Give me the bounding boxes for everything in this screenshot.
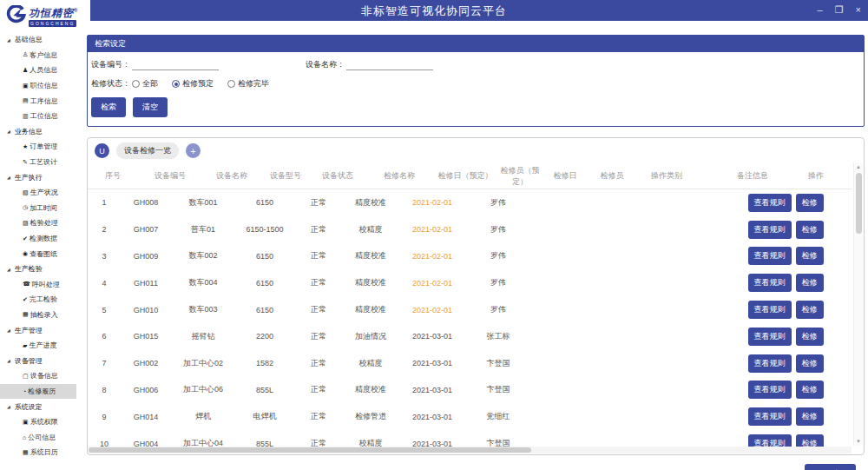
search-panel-title: 检索设定 — [88, 36, 864, 52]
maintain-button[interactable]: 检修 — [796, 301, 824, 319]
sidebar-group-basic-info[interactable]: ◢ 基础信息 — [0, 32, 83, 48]
radio-label: 检修完毕 — [238, 78, 269, 89]
view-rules-button[interactable]: 查看规则 — [748, 354, 792, 373]
maintain-button[interactable]: 检修 — [796, 354, 824, 373]
export-button[interactable]: 导 出 — [805, 464, 856, 470]
view-rules-button[interactable]: 查看规则 — [748, 194, 792, 212]
sidebar-item-inspection-handling[interactable]: ▨ 检验处理 — [0, 215, 83, 231]
sidebar-item-sampling-entry[interactable]: ▦ 抽检录入 — [0, 308, 83, 323]
sidebar-item-call-handling[interactable]: ☎ 呼叫处理 — [0, 277, 83, 293]
cell-device-name: 加工中心02 — [171, 358, 235, 369]
cell-planned-date: 2021-02-01 — [398, 198, 466, 207]
expand-triangle-icon: ◢ — [7, 267, 10, 272]
maintain-button[interactable]: 检修 — [796, 407, 824, 426]
vertical-scrollbar[interactable]: ▲ ▼ — [853, 162, 863, 446]
maintain-button[interactable]: 检修 — [796, 381, 824, 399]
sidebar-item-station-info[interactable]: ▥ 工位信息 — [0, 109, 83, 124]
cell-model: 855L — [235, 386, 294, 394]
status-radio[interactable]: 全部 — [132, 78, 158, 89]
tab-equipment-maintenance-list[interactable]: 设备检修一览 — [116, 142, 179, 159]
close-icon[interactable]: × — [856, 3, 861, 17]
column-header: 设备状态 — [310, 170, 365, 182]
sidebar-item-label: 系统权限 — [30, 417, 58, 427]
cell-no: 3 — [88, 252, 121, 261]
sidebar-item-processing-time[interactable]: ◷ 加工时间 — [0, 201, 83, 216]
maintain-button[interactable]: 检修 — [796, 221, 824, 239]
home-icon: ⌂ — [23, 434, 26, 440]
cell-device-name: 数车003 — [171, 304, 235, 315]
sidebar-item-production-progress[interactable]: ▰ 生产进度 — [0, 338, 83, 354]
maintain-button[interactable]: 检修 — [796, 247, 824, 265]
cell-planned-person: 罗伟 — [466, 277, 530, 288]
sidebar-item-system-calendar[interactable]: ▦ 系统日历 — [0, 445, 83, 460]
maintain-button[interactable]: 检修 — [796, 194, 824, 212]
device-name-input[interactable] — [346, 60, 433, 70]
scroll-down-icon[interactable]: ▼ — [854, 437, 863, 446]
cell-maint-name: 加油情况 — [343, 331, 398, 342]
add-tab-button[interactable]: + — [186, 143, 201, 158]
view-rules-button[interactable]: 查看规则 — [748, 301, 792, 319]
sidebar-item-label: 查看图纸 — [30, 249, 57, 259]
scroll-up-icon[interactable]: ▲ — [854, 162, 863, 171]
sidebar-item-view-drawings[interactable]: ◉ 查看图纸 — [0, 246, 83, 261]
sidebar-item-completion-inspection[interactable]: ✔ 完工检验 — [0, 292, 83, 308]
vertical-scroll-thumb[interactable] — [856, 173, 862, 234]
cell-device-no: GH009 — [121, 252, 171, 261]
sidebar-item-customer-info[interactable]: ♙ 客户信息 — [0, 48, 83, 63]
column-header: 检修名称 — [365, 170, 433, 182]
column-header: 检修员（预定） — [497, 165, 542, 188]
cell-model: 电焊机 — [235, 411, 294, 422]
sidebar-item-label: 工位信息 — [30, 111, 58, 121]
sidebar-item-process-design[interactable]: ✎ 工艺设计 — [0, 155, 83, 170]
sidebar-group-system-settings[interactable]: ◢ 系统设定 — [0, 399, 83, 414]
expand-triangle-icon: ◢ — [7, 328, 10, 333]
cell-planned-date: 2021-02-01 — [398, 279, 466, 288]
device-number-input[interactable] — [132, 60, 219, 70]
cell-maint-name: 精度校准 — [343, 304, 398, 315]
sidebar-item-company-info[interactable]: ⌂ 公司信息 — [0, 429, 83, 445]
cell-status: 正常 — [294, 384, 343, 395]
view-rules-button[interactable]: 查看规则 — [748, 247, 792, 265]
clear-button[interactable]: 清空 — [133, 97, 168, 117]
minimize-icon[interactable]: – — [818, 3, 823, 17]
table-row: 8 GH006 加工中心06 855L 正常 精度校准 2021-03-01 卞… — [88, 377, 852, 404]
sidebar-item-equipment-info[interactable]: ▢ 设备信息 — [0, 368, 83, 384]
sidebar-group-production-execution[interactable]: ◢ 生产执行 — [0, 169, 83, 185]
view-rules-button[interactable]: 查看规则 — [748, 381, 792, 399]
sidebar-item-system-permissions[interactable]: ▣ 系统权限 — [0, 414, 83, 430]
cell-actions: 查看规则 检修 — [730, 354, 841, 373]
view-rules-button[interactable]: 查看规则 — [748, 407, 792, 426]
sidebar-item-inspection-data[interactable]: ✔ 检测数据 — [0, 231, 83, 247]
sidebar-group-business-info[interactable]: ◢ 业务信息 — [0, 124, 83, 140]
expand-triangle-icon: ◢ — [7, 175, 10, 180]
sidebar-item-maintenance-history[interactable]: ◔ 检修履历 — [0, 384, 76, 400]
phone-icon: ☎ — [23, 281, 30, 288]
sidebar-group-production-management[interactable]: ◢ 生产管理 — [0, 322, 83, 338]
status-radio[interactable]: 检修完毕 — [227, 78, 269, 89]
status-radio[interactable]: 检修预定 — [172, 78, 214, 89]
sidebar-item-label: 工艺设计 — [30, 157, 57, 167]
tab-bar: U 设备检修一览 + — [88, 138, 864, 163]
cell-planned-person: 罗伟 — [466, 304, 530, 315]
search-button[interactable]: 检索 — [91, 97, 126, 117]
cell-maint-name: 精度校准 — [343, 384, 398, 395]
expand-triangle-icon: ◢ — [7, 358, 10, 363]
cell-planned-date: 2021-03-01 — [398, 332, 466, 341]
horizontal-scrollbar[interactable] — [89, 447, 852, 453]
maintain-button[interactable]: 检修 — [796, 328, 824, 346]
sidebar-item-personnel-info[interactable]: ♟ 人员信息 — [0, 63, 83, 78]
sidebar-item-production-status[interactable]: ▧ 生产状况 — [0, 185, 83, 201]
view-rules-button[interactable]: 查看规则 — [748, 328, 792, 346]
sidebar-group-equipment-management[interactable]: ◢ 设备管理 — [0, 353, 83, 368]
sidebar-group-production-inspection[interactable]: ◢ 生产检验 — [0, 261, 83, 277]
cell-no: 8 — [88, 386, 121, 394]
view-rules-button[interactable]: 查看规则 — [748, 221, 792, 239]
sidebar-item-process-info[interactable]: ▤ 工序信息 — [0, 93, 83, 109]
sidebar-item-order-management[interactable]: ★ 订单管理 — [0, 139, 83, 155]
horizontal-scroll-thumb[interactable] — [89, 447, 531, 453]
view-rules-button[interactable]: 查看规则 — [748, 274, 792, 292]
sidebar-item-position-info[interactable]: ▣ 职位信息 — [0, 78, 83, 94]
restore-icon[interactable]: ❐ — [835, 3, 844, 17]
maintain-button[interactable]: 检修 — [796, 274, 824, 292]
cell-maint-name: 精度校准 — [343, 250, 398, 261]
